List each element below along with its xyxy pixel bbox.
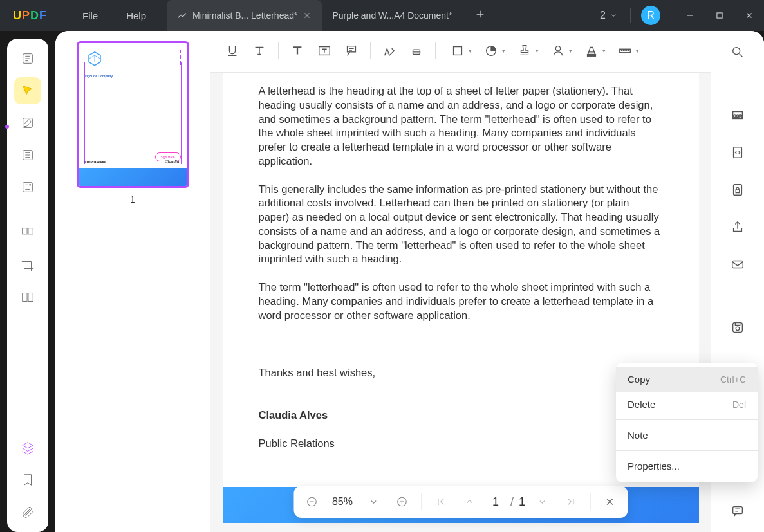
text-button[interactable] bbox=[284, 39, 311, 63]
sticker-button[interactable]: ▾ bbox=[474, 39, 508, 63]
email-button[interactable] bbox=[725, 252, 750, 277]
svg-rect-4 bbox=[23, 183, 33, 192]
crop-button[interactable] bbox=[14, 252, 41, 279]
svg-rect-9 bbox=[28, 293, 33, 302]
svg-rect-7 bbox=[28, 228, 33, 234]
signature-button[interactable]: ▾ bbox=[541, 39, 575, 63]
divider bbox=[370, 42, 371, 59]
app-logo: UPDF bbox=[0, 9, 60, 23]
page-separator: / bbox=[510, 495, 514, 509]
help-menu[interactable]: Help bbox=[112, 10, 160, 21]
left-rail bbox=[0, 31, 55, 532]
paragraph: The term "letterhead" is often used to r… bbox=[259, 280, 663, 322]
tab-2[interactable]: Purple and W...A4 Document* bbox=[322, 0, 462, 31]
window-count-value: 2 bbox=[600, 10, 606, 21]
convert-button[interactable] bbox=[725, 140, 750, 165]
close-icon[interactable] bbox=[303, 11, 312, 20]
last-page-button[interactable] bbox=[559, 490, 582, 513]
svg-rect-6 bbox=[23, 228, 27, 234]
chevron-down-icon: ▾ bbox=[502, 48, 505, 54]
measure-button[interactable]: ▾ bbox=[608, 39, 642, 63]
divider bbox=[671, 8, 671, 23]
first-page-button[interactable] bbox=[429, 490, 452, 513]
callout-button[interactable] bbox=[338, 39, 365, 63]
page-input[interactable] bbox=[486, 495, 505, 509]
eraser-button[interactable] bbox=[403, 39, 430, 63]
share-button[interactable] bbox=[725, 215, 750, 239]
reader-mode-button[interactable] bbox=[14, 45, 41, 72]
stamp-button[interactable]: ▾ bbox=[508, 39, 541, 63]
page-thumbnail[interactable]: Ingoude Company Sign Here Claudia Alves … bbox=[77, 41, 189, 188]
file-menu[interactable]: File bbox=[68, 10, 112, 21]
next-page-button[interactable] bbox=[530, 490, 554, 513]
pencil-button[interactable] bbox=[376, 39, 403, 63]
context-item-shortcut: Ctrl+C bbox=[720, 374, 746, 385]
tab-label: Purple and W...A4 Document* bbox=[332, 10, 452, 21]
svg-rect-11 bbox=[348, 46, 356, 52]
context-copy[interactable]: Copy Ctrl+C bbox=[616, 367, 758, 392]
text-style-button[interactable] bbox=[246, 39, 273, 63]
minimize-button[interactable] bbox=[675, 0, 705, 31]
chevron-down-icon: ▾ bbox=[636, 48, 639, 54]
svg-rect-0 bbox=[717, 13, 722, 18]
svg-rect-8 bbox=[23, 293, 27, 302]
context-properties[interactable]: Properties... bbox=[616, 454, 758, 479]
add-tab-button[interactable] bbox=[462, 9, 498, 22]
compare-button[interactable] bbox=[14, 284, 41, 311]
context-note[interactable]: Note bbox=[616, 423, 758, 448]
page-tools-button[interactable] bbox=[14, 142, 41, 169]
thumbnail-panel: Ingoude Company Sign Here Claudia Alves … bbox=[55, 31, 210, 532]
annotation-toolbar: ▾ ▾ ▾ ▾ ▾ ▾ bbox=[210, 31, 711, 73]
shape-button[interactable]: ▾ bbox=[441, 39, 474, 63]
divider bbox=[278, 42, 279, 59]
textbox-button[interactable] bbox=[311, 39, 338, 63]
divider bbox=[435, 42, 436, 59]
close-nav-button[interactable] bbox=[598, 490, 621, 513]
zoom-in-button[interactable] bbox=[390, 490, 413, 513]
protect-button[interactable] bbox=[725, 178, 750, 202]
chevron-down-icon: ▾ bbox=[569, 48, 572, 54]
close-button[interactable] bbox=[734, 0, 764, 31]
svg-rect-25 bbox=[736, 190, 740, 193]
svg-point-28 bbox=[736, 327, 740, 330]
attachments-button[interactable] bbox=[14, 499, 41, 526]
author-role: Public Relations bbox=[259, 437, 663, 451]
chevron-down-icon: ▾ bbox=[469, 48, 472, 54]
search-button[interactable] bbox=[725, 40, 750, 64]
user-avatar[interactable]: R bbox=[641, 6, 660, 25]
comment-mode-button[interactable] bbox=[14, 77, 41, 104]
tab-1[interactable]: Minimalist B... Letterhead* bbox=[167, 0, 322, 31]
prev-page-button[interactable] bbox=[458, 490, 481, 513]
ocr-button[interactable]: OCR bbox=[725, 103, 750, 127]
plus-icon bbox=[475, 9, 485, 19]
titlebar: UPDF File Help Minimalist B... Letterhea… bbox=[0, 0, 764, 31]
thumb-signature: Claudia bbox=[165, 159, 180, 164]
edit-mode-button[interactable] bbox=[14, 109, 41, 136]
svg-point-5 bbox=[29, 184, 31, 186]
zoom-dropdown[interactable] bbox=[362, 490, 385, 513]
zoom-out-button[interactable] bbox=[300, 490, 323, 513]
organize-button[interactable] bbox=[14, 219, 41, 246]
maximize-button[interactable] bbox=[705, 0, 734, 31]
context-menu: Copy Ctrl+C Delete Del Note Properties..… bbox=[616, 363, 758, 482]
layers-button[interactable] bbox=[14, 434, 41, 461]
window-count[interactable]: 2 bbox=[591, 10, 626, 21]
tab-label: Minimalist B... Letterhead* bbox=[192, 10, 297, 21]
form-tools-button[interactable] bbox=[14, 174, 41, 201]
highlight-button[interactable]: ▾ bbox=[575, 39, 608, 63]
chevron-down-icon bbox=[610, 12, 617, 19]
thumb-author: Claudia Alves bbox=[85, 160, 106, 164]
svg-rect-31 bbox=[733, 507, 743, 514]
annotate-icon bbox=[177, 10, 187, 21]
save-button[interactable] bbox=[725, 315, 750, 340]
bookmarks-button[interactable] bbox=[14, 466, 41, 493]
paragraph: This generally includes the same informa… bbox=[259, 183, 663, 267]
thumb-footer-band bbox=[79, 168, 187, 186]
svg-point-20 bbox=[733, 48, 740, 55]
svg-rect-26 bbox=[732, 261, 743, 268]
svg-rect-16 bbox=[588, 55, 596, 57]
underline-button[interactable] bbox=[219, 39, 246, 63]
context-delete[interactable]: Delete Del bbox=[616, 392, 758, 417]
context-item-label: Copy bbox=[628, 374, 650, 385]
comments-button[interactable] bbox=[725, 499, 750, 523]
